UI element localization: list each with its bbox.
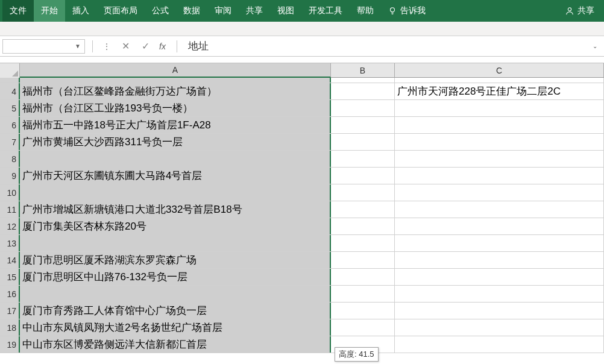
cell[interactable] (331, 303, 395, 319)
cell[interactable]: 中山市东区博爱路侧远洋大信新都汇首层 (20, 336, 331, 353)
table-row: 9广州市天河区东圃镇东圃大马路4号首层 (0, 168, 604, 184)
row-header[interactable]: 17 (0, 303, 20, 319)
cell[interactable] (20, 78, 331, 83)
cell[interactable]: 厦门市集美区杏林东路20号 (20, 218, 331, 234)
col-header-A[interactable]: A (20, 63, 331, 78)
cell[interactable]: 厦门市思明区中山路76-132号负一层 (20, 269, 331, 285)
table-row: 11广州市增城区新塘镇港口大道北332号首层B18号 (0, 201, 604, 218)
cell[interactable]: 广州市天河路228号正佳广场二层2C (395, 83, 604, 99)
share-button[interactable]: 共享 (558, 0, 602, 22)
cell[interactable] (20, 151, 331, 167)
tab-insert[interactable]: 插入 (65, 0, 96, 22)
row-header[interactable]: 16 (0, 286, 20, 302)
cell[interactable] (395, 168, 604, 184)
tab-share[interactable]: 共享 (239, 0, 270, 22)
row-header[interactable]: 12 (0, 218, 20, 234)
cell[interactable] (395, 201, 604, 218)
row-header[interactable]: 10 (0, 184, 20, 201)
cell[interactable] (20, 184, 331, 201)
row-header[interactable]: 9 (0, 168, 20, 184)
cell[interactable] (331, 184, 395, 201)
svg-point-0 (391, 8, 395, 12)
column-headers: A B C (0, 63, 604, 78)
row-header[interactable]: 18 (0, 319, 20, 336)
tab-formulas[interactable]: 公式 (145, 0, 176, 22)
cell[interactable] (331, 252, 395, 268)
dots-icon: ⋮ (102, 42, 111, 51)
cell[interactable] (331, 78, 395, 83)
cell[interactable] (395, 100, 604, 116)
cell[interactable]: 广州市天河区东圃镇东圃大马路4号首层 (20, 168, 331, 184)
tab-review[interactable]: 审阅 (207, 0, 239, 22)
row-header[interactable]: 15 (0, 269, 20, 285)
cell[interactable] (395, 252, 604, 268)
chevron-down-icon[interactable]: ▼ (75, 43, 81, 49)
cell[interactable]: 福州市（台江区工业路193号负一楼） (20, 100, 331, 116)
row-header[interactable]: 5 (0, 100, 20, 116)
cell[interactable] (331, 201, 395, 218)
cell[interactable]: 厦门市育秀路工人体育馆中心广场负一层 (20, 303, 331, 319)
cell[interactable] (395, 269, 604, 285)
row-header[interactable]: 7 (0, 134, 20, 150)
tab-developer[interactable]: 开发工具 (301, 0, 350, 22)
cell[interactable] (331, 151, 395, 167)
tab-help[interactable]: 帮助 (350, 0, 381, 22)
tab-home[interactable]: 开始 (34, 0, 65, 22)
tell-me-label: 告诉我 (400, 5, 426, 16)
tell-me[interactable]: 告诉我 (381, 0, 433, 22)
fx-label[interactable]: fx (159, 42, 166, 51)
cell[interactable] (331, 235, 395, 251)
table-row: 13 (0, 235, 604, 252)
col-header-C[interactable]: C (395, 63, 604, 77)
cell[interactable] (395, 303, 604, 319)
cell[interactable]: 福州市（台江区鳌峰路金融街万达广场首） (20, 83, 331, 99)
cell[interactable]: 中山市东凤镇凤翔大道2号名扬世纪广场首层 (20, 319, 331, 336)
row-header[interactable]: 8 (0, 151, 20, 167)
cell[interactable] (395, 134, 604, 150)
col-header-B[interactable]: B (331, 63, 395, 77)
cell[interactable]: 广州市增城区新塘镇港口大道北332号首层B18号 (20, 201, 331, 218)
cell[interactable]: 广州市黄埔区大沙西路311号负一层 (20, 134, 331, 150)
cell[interactable] (395, 319, 604, 336)
cell[interactable] (395, 218, 604, 234)
formula-input[interactable]: 地址 (182, 36, 586, 56)
lightbulb-icon (388, 7, 397, 15)
row-header[interactable] (0, 78, 20, 83)
tab-view[interactable]: 视图 (270, 0, 301, 22)
cell[interactable] (331, 168, 395, 184)
cell[interactable] (395, 184, 604, 201)
cell[interactable] (331, 83, 395, 99)
cell[interactable] (331, 117, 395, 133)
enter-icon[interactable]: ✓ (142, 40, 149, 52)
row-header[interactable]: 19 (0, 336, 20, 353)
cell[interactable] (395, 336, 604, 353)
cell[interactable] (395, 286, 604, 302)
cell[interactable] (331, 218, 395, 234)
tab-page-layout[interactable]: 页面布局 (96, 0, 145, 22)
cell[interactable] (331, 269, 395, 285)
table-row: 18中山市东凤镇凤翔大道2号名扬世纪广场首层 (0, 319, 604, 336)
cell[interactable] (331, 100, 395, 116)
cell[interactable]: 厦门市思明区厦禾路湖滨东罗宾森广场 (20, 252, 331, 268)
select-all-button[interactable] (0, 63, 20, 78)
row-header[interactable]: 4 (0, 83, 20, 99)
cell[interactable] (395, 117, 604, 133)
expand-formula-icon[interactable]: ⌄ (586, 43, 604, 49)
tab-data[interactable]: 数据 (176, 0, 207, 22)
cell[interactable] (395, 78, 604, 83)
cell[interactable] (20, 286, 331, 302)
name-box[interactable]: ▼ (2, 39, 85, 54)
row-header[interactable]: 11 (0, 201, 20, 218)
cell[interactable] (331, 134, 395, 150)
cell[interactable]: 福州市五一中路18号正大广场首层1F-A28 (20, 117, 331, 133)
tab-file[interactable]: 文件 (2, 0, 34, 22)
cell[interactable] (395, 235, 604, 251)
cell[interactable] (20, 235, 331, 251)
cell[interactable] (331, 319, 395, 336)
row-header[interactable]: 6 (0, 117, 20, 133)
row-header[interactable]: 14 (0, 252, 20, 268)
cancel-icon[interactable]: ✕ (122, 40, 130, 52)
row-header[interactable]: 13 (0, 235, 20, 251)
cell[interactable] (395, 151, 604, 167)
cell[interactable] (331, 286, 395, 302)
